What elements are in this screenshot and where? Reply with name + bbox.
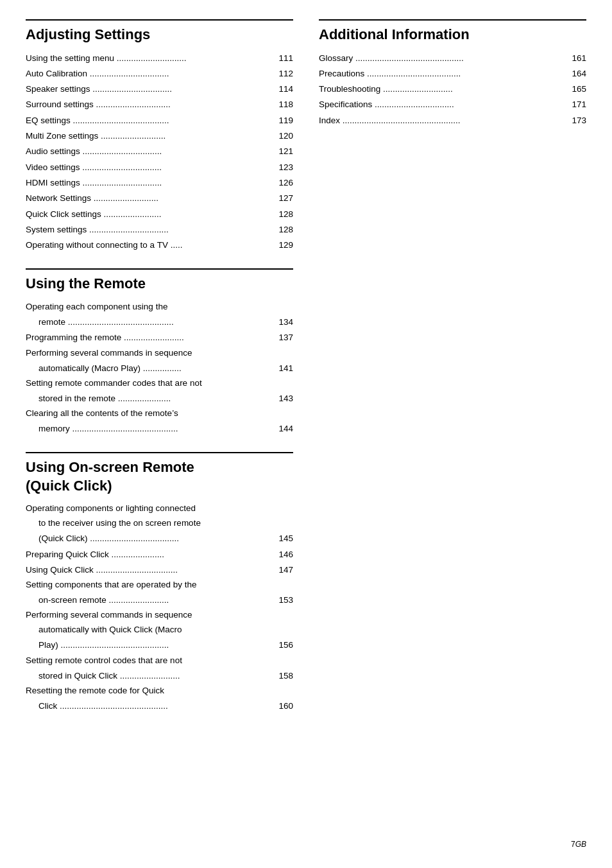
toc-auto-calibration: Auto Calibration .......................… xyxy=(26,66,293,82)
entry-text: Precautions xyxy=(319,66,367,82)
page-num: 112 xyxy=(276,66,293,82)
page-num: 165 xyxy=(570,82,586,97)
entry-line1: Performing several commands in sequence xyxy=(26,608,293,623)
toc-setting-components-onscreen: Setting components that are operated by … xyxy=(26,578,293,608)
entry-line1: Operating components or lighting connect… xyxy=(26,501,293,516)
page-num: 126 xyxy=(276,175,293,191)
onscreen-remote-title: Using On-screen Remote(Quick Click) xyxy=(26,458,293,495)
entry-text: Auto Calibration xyxy=(26,66,90,82)
dots: ........................... xyxy=(94,191,277,206)
entry-text: automatically (Macro Play) xyxy=(38,361,143,376)
page-num: 173 xyxy=(570,113,586,128)
toc-clearing-remote-memory: Clearing all the contents of the remote’… xyxy=(26,406,293,437)
entry-text: Speaker settings xyxy=(26,82,92,97)
page-num: 137 xyxy=(276,330,293,345)
toc-speaker-settings: Speaker settings .......................… xyxy=(26,82,293,97)
entry-text: Operating without connecting to a TV xyxy=(26,238,171,253)
entry-text: Troubleshooting xyxy=(319,82,383,97)
section-divider-adjusting xyxy=(26,19,293,21)
dots: ...................... xyxy=(112,547,277,562)
page-num: 114 xyxy=(276,82,293,97)
toc-index: Index ..................................… xyxy=(319,113,586,128)
using-remote-section: Using the Remote Operating each componen… xyxy=(26,268,293,437)
entry-text: Video settings xyxy=(26,160,82,175)
toc-quickclick-settings: Quick Click settings ...................… xyxy=(26,207,293,222)
toc-video-settings: Video settings .........................… xyxy=(26,160,293,175)
toc-audio-settings: Audio settings .........................… xyxy=(26,144,293,159)
entry-line1: Operating each component using the xyxy=(26,300,293,315)
entry-text: EQ settings xyxy=(26,113,73,128)
entry-line2-with-dots: on-screen remote .......................… xyxy=(26,593,293,608)
entry-text: Programming the remote xyxy=(26,330,124,345)
entry-line1: Performing several commands in sequence xyxy=(26,346,293,361)
section-divider-onscreen xyxy=(26,452,293,453)
entry-text: stored in Quick Click xyxy=(38,668,120,684)
section-divider-remote xyxy=(26,268,293,270)
toc-using-setting-menu: Using the setting menu .................… xyxy=(26,51,293,66)
dots: ........................................… xyxy=(60,699,276,714)
dots: ................................. xyxy=(83,175,277,191)
toc-macro-play: Performing several commands in sequence … xyxy=(26,346,293,376)
entry-text: HDMI settings xyxy=(26,175,83,191)
page-num: 123 xyxy=(276,160,293,175)
dots: ................................. xyxy=(92,82,276,97)
entry-text: (Quick Click) xyxy=(38,531,90,546)
dots: ........................................… xyxy=(61,638,277,653)
dots: ............................. xyxy=(117,51,277,66)
page-num: 144 xyxy=(276,421,293,437)
page-num: 119 xyxy=(276,113,293,128)
onscreen-remote-section: Using On-screen Remote(Quick Click) Oper… xyxy=(26,452,293,714)
toc-resetting-remote-code: Resetting the remote code for Quick Clic… xyxy=(26,684,293,714)
dots: ..................................... xyxy=(90,531,276,546)
entry-text: Index xyxy=(319,113,343,128)
page-num: 121 xyxy=(276,144,293,159)
page-num: 111 xyxy=(276,51,293,66)
page-number: 7 xyxy=(571,840,575,849)
entry-text: memory xyxy=(38,421,72,437)
toc-operating-without-tv: Operating without connecting to a TV ...… xyxy=(26,238,293,253)
page-num: 153 xyxy=(276,593,293,608)
page-num: 143 xyxy=(276,391,293,406)
entry-line1: Clearing all the contents of the remote’… xyxy=(26,406,293,421)
toc-using-quickclick: Using Quick Click ......................… xyxy=(26,562,293,578)
entry-line2-with-dots: stored in the remote ...................… xyxy=(26,391,293,406)
page-num: 160 xyxy=(276,699,293,714)
toc-operating-components-lighting: Operating components or lighting connect… xyxy=(26,501,293,546)
right-column: Additional Information Glossary ........… xyxy=(319,19,586,729)
entry-text: Play) xyxy=(38,638,61,653)
entry-text: Using the setting menu xyxy=(26,51,117,66)
page-num: 128 xyxy=(276,222,293,238)
entry-text: Glossary xyxy=(319,51,355,66)
page-num: 134 xyxy=(276,315,293,330)
dots: ............................. xyxy=(383,82,570,97)
entry-line1: Setting remote commander codes that are … xyxy=(26,376,293,391)
toc-eq-settings: EQ settings ............................… xyxy=(26,113,293,128)
toc-preparing-quickclick: Preparing Quick Click ..................… xyxy=(26,547,293,562)
dots: ........................................ xyxy=(73,113,277,128)
entry-line1: Setting components that are operated by … xyxy=(26,578,293,593)
entry-line2: to the receiver using the on screen remo… xyxy=(26,516,293,531)
entry-text: remote xyxy=(38,315,68,330)
dots: ..... xyxy=(171,238,277,253)
entry-text: stored in the remote xyxy=(38,391,118,406)
toc-surround-settings: Surround settings ......................… xyxy=(26,97,293,112)
page-num: 156 xyxy=(276,638,293,653)
toc-programming-remote: Programming the remote .................… xyxy=(26,330,293,345)
entry-line1: Resetting the remote code for Quick xyxy=(26,684,293,699)
entry-line2-with-dots: Click ..................................… xyxy=(26,699,293,714)
entry-text: Specifications xyxy=(319,97,375,112)
entry-line2: automatically with Quick Click (Macro xyxy=(26,623,293,638)
dots: ........................................… xyxy=(343,113,570,128)
dots: .................................. xyxy=(96,562,277,578)
adjusting-settings-section: Adjusting Settings Using the setting men… xyxy=(26,19,293,253)
dots: ............................... xyxy=(96,97,277,112)
page-num: 118 xyxy=(276,97,293,112)
dots: ........................................… xyxy=(72,421,277,437)
page-num: 128 xyxy=(276,207,293,222)
entry-text: Click xyxy=(38,699,60,714)
page-num: 141 xyxy=(276,361,293,376)
entry-text: Network Settings xyxy=(26,191,94,206)
page-num: 146 xyxy=(276,547,293,562)
dots: ........................................… xyxy=(68,315,277,330)
page-num: 129 xyxy=(276,238,293,253)
